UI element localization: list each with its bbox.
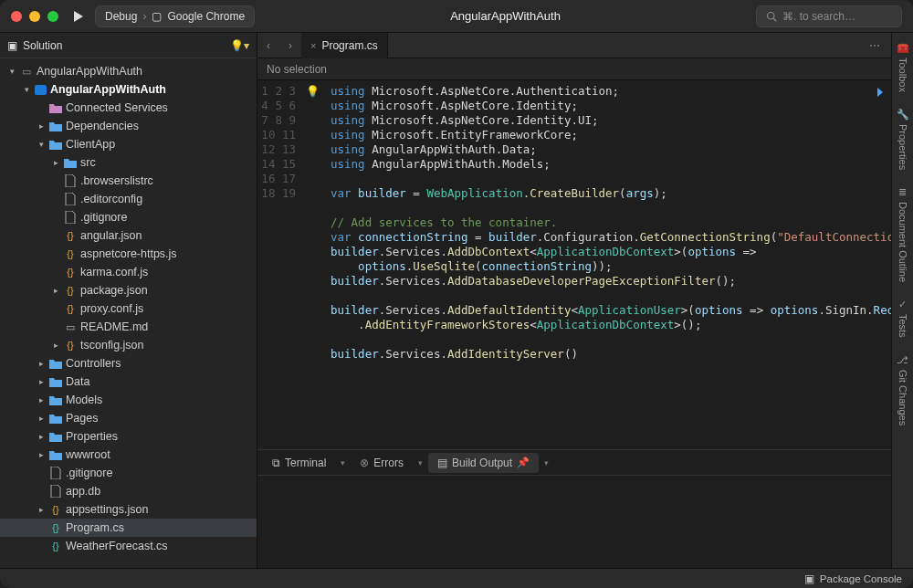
folder-icon: [49, 412, 62, 425]
tree-label: proxy.conf.js: [80, 302, 143, 315]
breadcrumb-bar[interactable]: No selection: [257, 58, 891, 80]
tree-node[interactable]: ▸Controllers: [0, 354, 257, 373]
disclosure-icon[interactable]: ▸: [51, 158, 60, 167]
disclosure-icon[interactable]: ▸: [37, 359, 46, 368]
title-bar: Debug › ▢ Google Chrome AngularAppWithAu…: [0, 0, 913, 33]
disclosure-icon[interactable]: ▸: [51, 286, 60, 295]
tree-node[interactable]: {}karma.conf.js: [0, 263, 257, 281]
tree-node[interactable]: ▾▭AngularAppWithAuth: [0, 62, 257, 80]
rail-toolbox[interactable]: 🧰Toolbox: [897, 42, 909, 92]
disclosure-icon[interactable]: ▸: [37, 432, 46, 441]
code-content[interactable]: using Microsoft.AspNetCore.Authenticatio…: [321, 80, 891, 449]
md-icon: ▭: [64, 320, 77, 333]
terminal-icon: ⧉: [272, 457, 280, 469]
tree-node[interactable]: ▸Properties: [0, 427, 257, 446]
tree-node[interactable]: Connected Services: [0, 99, 257, 117]
run-button[interactable]: [73, 10, 84, 23]
pin-icon[interactable]: 📌: [517, 457, 530, 468]
tree-node[interactable]: ▸Data: [0, 373, 257, 391]
close-window-button[interactable]: [11, 11, 22, 22]
status-package-console[interactable]: Package Console: [820, 573, 902, 584]
git-icon: ⎇: [897, 354, 908, 366]
tree-node[interactable]: ▸Dependencies: [0, 117, 257, 135]
disclosure-icon[interactable]: ▸: [37, 395, 46, 404]
chevron-down-icon[interactable]: ▾: [416, 458, 425, 467]
chevron-down-icon[interactable]: ▾: [542, 458, 551, 467]
tree-label: WeatherForecast.cs: [66, 540, 168, 552]
global-search[interactable]: ⌘. to search…: [756, 5, 902, 27]
rail-properties[interactable]: 🔧Properties: [897, 109, 909, 170]
tree-node[interactable]: ▸{}tsconfig.json: [0, 336, 257, 354]
rail-git-changes[interactable]: ⎇Git Changes: [897, 354, 908, 425]
code-editor[interactable]: 1 2 3 4 5 6 7 8 9 10 11 12 13 14 15 16 1…: [257, 80, 891, 449]
rail-tests[interactable]: ✓Tests: [897, 299, 908, 338]
tree-node[interactable]: ▸Models: [0, 391, 257, 409]
disclosure-icon[interactable]: ▸: [51, 341, 60, 350]
lightbulb-icon[interactable]: 💡: [306, 85, 320, 98]
disclosure-icon[interactable]: ▸: [37, 121, 46, 131]
cs-icon: {}: [49, 521, 62, 534]
toolbox-icon: 🧰: [897, 42, 909, 54]
nav-forward-button[interactable]: ›: [279, 39, 301, 52]
tree-label: Program.cs: [66, 521, 124, 534]
tree-node[interactable]: ▸Pages: [0, 409, 257, 427]
folder-icon: [49, 357, 62, 370]
tree-node[interactable]: ▸src: [0, 153, 257, 172]
maximize-window-button[interactable]: [47, 11, 58, 22]
tree-node[interactable]: {}aspnetcore-https.js: [0, 245, 257, 263]
disclosure-icon[interactable]: ▸: [37, 377, 46, 386]
lightbulb-icon[interactable]: 💡▾: [230, 39, 249, 52]
build-icon: ▤: [437, 457, 447, 469]
tree-node[interactable]: app.db: [0, 482, 257, 500]
json-icon: {}: [64, 229, 77, 242]
tree-node[interactable]: {}angular.json: [0, 226, 257, 245]
tree-node[interactable]: ▾ClientApp: [0, 135, 257, 153]
tree-label: karma.conf.js: [80, 266, 148, 278]
tree-label: appsettings.json: [66, 503, 148, 516]
tree-node[interactable]: .browserslistrc: [0, 172, 257, 190]
error-icon: ⊗: [360, 457, 369, 469]
tree-label: src: [80, 156, 96, 169]
tree-node[interactable]: .editorconfig: [0, 190, 257, 208]
window-title: AngularAppWithAuth: [255, 9, 756, 23]
tree-node[interactable]: ▾AngularAppWithAuth: [0, 80, 257, 99]
tree-label: tsconfig.json: [80, 339, 143, 352]
tree-node[interactable]: {}Program.cs: [0, 519, 257, 537]
solution-sidebar: ▣ Solution 💡▾ ▾▭AngularAppWithAuth▾Angul…: [0, 33, 257, 568]
disclosure-icon[interactable]: ▾: [7, 67, 16, 76]
tab-errors[interactable]: ⊗ Errors: [351, 453, 413, 473]
tree-node[interactable]: ▸wwwroot: [0, 446, 257, 464]
disclosure-icon[interactable]: ▾: [22, 85, 31, 94]
build-output-body[interactable]: [257, 476, 891, 568]
chevron-down-icon[interactable]: ▾: [339, 458, 347, 467]
tree-label: Models: [66, 394, 102, 406]
tab-program-cs[interactable]: × Program.cs: [301, 33, 388, 58]
minimize-window-button[interactable]: [29, 11, 40, 22]
tree-node[interactable]: ▸{}package.json: [0, 281, 257, 299]
disclosure-icon[interactable]: ▸: [37, 414, 46, 423]
disclosure-icon[interactable]: ▸: [37, 505, 46, 514]
tree-node[interactable]: ▸{}appsettings.json: [0, 500, 257, 519]
tab-build-output[interactable]: ▤ Build Output 📌: [428, 453, 539, 473]
nav-back-button[interactable]: ‹: [257, 39, 279, 52]
tree-node[interactable]: ▭README.md: [0, 318, 257, 336]
tree-label: .browserslistrc: [80, 174, 153, 187]
disclosure-icon[interactable]: ▾: [37, 140, 46, 149]
run-config-picker[interactable]: Debug › ▢ Google Chrome: [95, 5, 255, 27]
rail-document-outline[interactable]: ≣Document Outline: [897, 186, 908, 282]
tree-node[interactable]: .gitignore: [0, 464, 257, 482]
tree-label: AngularAppWithAuth: [37, 65, 142, 78]
tab-close-icon[interactable]: ×: [310, 40, 316, 51]
json-icon: {}: [49, 503, 62, 516]
tab-terminal[interactable]: ⧉ Terminal: [263, 453, 335, 473]
bottom-panel-tabs: ⧉ Terminal ▾ ⊗ Errors ▾ ▤ Build Output 📌…: [257, 450, 891, 476]
js-icon: {}: [64, 266, 77, 278]
editor-overflow-button[interactable]: ⋯: [858, 39, 891, 52]
tree-node[interactable]: {}WeatherForecast.cs: [0, 537, 257, 555]
tree-node[interactable]: {}proxy.conf.js: [0, 299, 257, 318]
window-controls: [11, 11, 58, 22]
tree-node[interactable]: .gitignore: [0, 208, 257, 226]
solution-tree[interactable]: ▾▭AngularAppWithAuth▾AngularAppWithAuthC…: [0, 58, 257, 568]
tree-label: Connected Services: [66, 101, 168, 114]
disclosure-icon[interactable]: ▸: [37, 450, 46, 459]
